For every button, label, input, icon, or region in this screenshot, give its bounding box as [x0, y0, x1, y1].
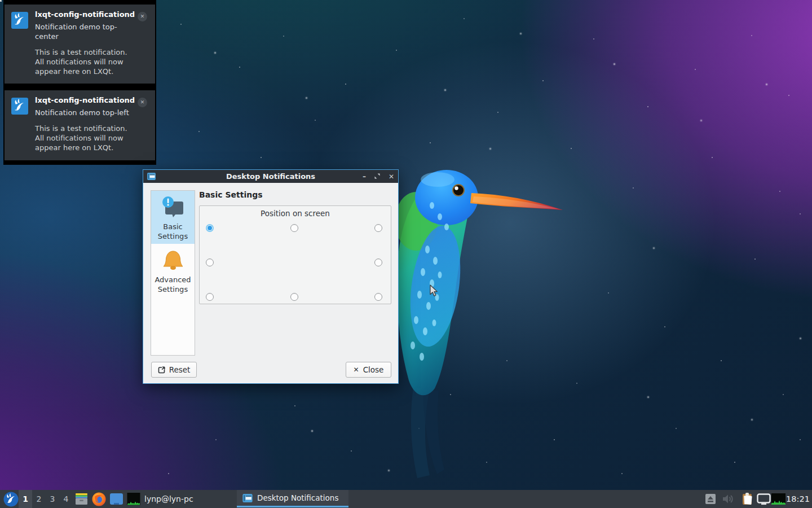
notification-card[interactable]: lxqt-config-notificationd Notification d… — [5, 90, 155, 160]
monitor-icon — [757, 493, 771, 505]
radio-position-middle-right[interactable] — [374, 259, 382, 266]
app-menu-button[interactable] — [2, 490, 19, 508]
notification-close-button[interactable]: ✕ — [138, 12, 147, 21]
window-titlebar[interactable]: Desktop Notifications – ✕ — [143, 170, 398, 183]
bell-icon — [160, 248, 186, 274]
speaker-icon — [722, 493, 734, 505]
notification-stack: lxqt-config-notificationd Notification d… — [3, 0, 156, 165]
task-button-desktop-notifications[interactable]: Desktop Notifications — [237, 490, 348, 507]
settings-sidebar: Basic Settings Advanced Settings — [151, 190, 195, 356]
bright-stars-layer — [0, 0, 2, 2]
window-app-icon — [147, 173, 156, 180]
radio-position-top-center[interactable] — [290, 224, 298, 232]
reset-button[interactable]: Reset — [151, 362, 197, 378]
notification-close-button[interactable]: ✕ — [138, 98, 147, 107]
radio-position-bottom-left[interactable] — [206, 293, 214, 301]
lxqt-app-icon — [11, 98, 28, 115]
notification-summary: Notification demo top-center — [35, 23, 135, 42]
window-controls: – ✕ — [363, 173, 394, 180]
lxqt-menu-icon — [3, 492, 19, 507]
network-monitor-tray-icon[interactable] — [771, 493, 785, 505]
radio-position-top-left[interactable] — [206, 224, 214, 232]
workspace-button-1[interactable]: 1 — [19, 490, 32, 508]
notification-app-name: lxqt-config-notificationd — [35, 97, 135, 105]
radio-position-middle-left[interactable] — [206, 259, 214, 266]
eject-icon — [705, 493, 716, 505]
desktop-screen: lxqt-config-notificationd Notification d… — [0, 0, 812, 508]
notification-card[interactable]: lxqt-config-notificationd Notification d… — [5, 5, 155, 84]
sidebar-item-label: Advanced Settings — [151, 275, 195, 295]
notification-texts: lxqt-config-notificationd Notification d… — [35, 11, 135, 76]
volume-tray-icon[interactable] — [721, 493, 735, 505]
firefox-icon — [92, 492, 106, 506]
desktop-notifications-window: Desktop Notifications – ✕ — [143, 169, 399, 384]
blue-screen-icon — [109, 492, 123, 506]
file-manager-icon — [75, 493, 88, 505]
hummingbird-wallpaper-art — [383, 165, 570, 481]
minimize-button[interactable]: – — [363, 173, 366, 180]
notification-texts: lxqt-config-notificationd Notification d… — [35, 97, 135, 153]
task-window-icon — [242, 494, 253, 502]
workspace-button-3[interactable]: 3 — [46, 490, 59, 508]
groupbox-title: Position on screen — [200, 206, 391, 218]
window-title: Desktop Notifications — [143, 172, 398, 181]
close-x-icon: ✕ — [354, 366, 359, 374]
close-button-label: Close — [363, 365, 384, 374]
task-button-label: Desktop Notifications — [257, 493, 338, 502]
close-window-button[interactable]: ✕ — [389, 173, 394, 180]
radio-position-top-right[interactable] — [374, 224, 382, 232]
notification-body: This is a test notification. All notific… — [35, 124, 135, 153]
close-button[interactable]: ✕ Close — [346, 362, 391, 378]
position-groupbox: Position on screen — [199, 205, 391, 304]
display-tray-icon[interactable] — [756, 493, 771, 505]
mouse-cursor — [429, 284, 439, 297]
blue-app-launcher[interactable] — [108, 490, 124, 508]
taskbar-panel: 1 2 3 4 — [0, 490, 812, 508]
removable-media-tray-icon[interactable] — [704, 493, 717, 505]
notification-summary: Notification demo top-left — [35, 108, 135, 118]
clock[interactable]: 18:21 — [785, 490, 811, 508]
reset-icon — [158, 366, 165, 374]
radio-position-bottom-right[interactable] — [374, 293, 382, 301]
radio-position-bottom-center[interactable] — [290, 293, 298, 301]
sidebar-item-advanced-settings[interactable]: Advanced Settings — [151, 244, 195, 297]
sidebar-item-label: Basic Settings — [151, 222, 195, 242]
terminal-graph-icon — [127, 492, 140, 506]
file-manager-launcher[interactable] — [73, 490, 89, 508]
clipboard-icon — [741, 492, 754, 506]
username-indicator: lynp@lyn-pc — [142, 490, 193, 508]
reset-button-label: Reset — [169, 365, 191, 374]
workspace-button-2[interactable]: 2 — [32, 490, 46, 508]
firefox-launcher[interactable] — [91, 490, 107, 508]
clipboard-tray-icon[interactable] — [740, 493, 755, 505]
lxqt-app-icon — [11, 12, 28, 29]
sidebar-item-basic-settings[interactable]: Basic Settings — [151, 191, 195, 244]
system-monitor-launcher[interactable] — [126, 490, 142, 508]
notification-body: This is a test notification. All notific… — [35, 48, 135, 77]
restore-button[interactable] — [374, 173, 380, 180]
section-header: Basic Settings — [199, 190, 263, 199]
notification-app-name: lxqt-config-notificationd — [35, 11, 135, 19]
restore-icon — [374, 173, 380, 179]
workspace-button-4[interactable]: 4 — [59, 490, 73, 508]
network-graph-icon — [771, 493, 785, 505]
chat-alert-icon — [160, 195, 186, 221]
